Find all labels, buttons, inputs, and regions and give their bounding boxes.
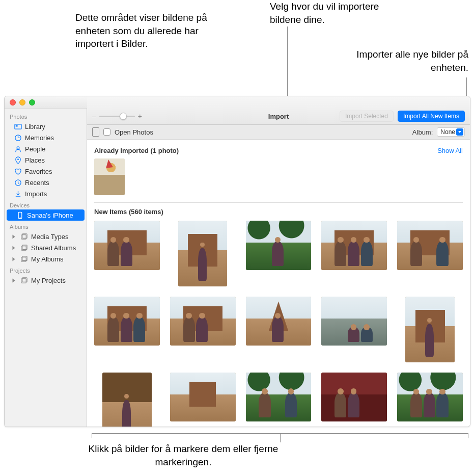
photo-thumb[interactable] — [405, 297, 455, 362]
sidebar-item-media-types[interactable]: Media Types — [5, 231, 87, 242]
memories-icon — [14, 134, 22, 142]
already-imported-title: Already Imported (1 photo) — [94, 147, 179, 154]
phone-icon — [16, 211, 24, 219]
import-subbar: Open Photos Album: None — [87, 125, 470, 140]
photo-thumb[interactable] — [246, 297, 312, 346]
chevron-down-icon — [456, 128, 463, 136]
sidebar-item-places[interactable]: Places — [5, 154, 87, 166]
new-items-header: New Items (560 items) — [94, 208, 463, 216]
window-controls — [10, 99, 35, 105]
sidebar-item-label: Media Types — [31, 233, 68, 241]
sidebar-item-label: Recents — [25, 179, 49, 187]
photo-thumb[interactable] — [170, 373, 236, 422]
section-divider — [94, 202, 463, 203]
show-all-link[interactable]: Show All — [437, 147, 463, 154]
sidebar-header-photos: Photos — [5, 111, 87, 121]
photo-thumb[interactable] — [321, 373, 387, 422]
photo-thumb[interactable] — [178, 221, 228, 286]
album-label: Album: — [412, 128, 433, 136]
sidebar-item-shared-albums[interactable]: Shared Albums — [5, 242, 87, 253]
device-icon — [92, 127, 99, 137]
callout-album-dest: Velg hvor du vil importere bildene dine. — [270, 0, 397, 26]
zoom-in-label: + — [138, 112, 142, 120]
zoom-slider[interactable] — [99, 116, 135, 117]
already-imported-thumb[interactable] — [94, 158, 125, 195]
disclosure-icon[interactable] — [13, 246, 15, 250]
sidebar-item-label: People — [25, 145, 45, 153]
callout-already-imported: Dette området viser bildene på enheten s… — [75, 11, 228, 50]
album-icon — [20, 255, 28, 263]
main-panel: – + Import Import Selected Import All Ne… — [87, 109, 470, 427]
sidebar-header-devices: Devices — [5, 199, 87, 209]
album-select[interactable]: None — [437, 127, 465, 137]
sidebar-item-label: My Projects — [31, 277, 66, 284]
thumbnails-grid — [94, 221, 463, 427]
sidebar: Photos Library Memories People Places Fa… — [5, 109, 87, 427]
zoom-window-button[interactable] — [29, 99, 35, 105]
import-all-button[interactable]: Import All New Items — [398, 111, 465, 122]
sidebar-header-projects: Projects — [5, 265, 87, 275]
sidebar-item-label: Shared Albums — [31, 244, 76, 252]
disclosure-icon[interactable] — [13, 234, 15, 239]
minimize-window-button[interactable] — [19, 99, 25, 105]
disclosure-icon[interactable] — [13, 278, 15, 282]
sidebar-item-my-projects[interactable]: My Projects — [5, 275, 87, 286]
sidebar-item-label: Places — [25, 156, 45, 164]
new-items-title: New Items (560 items) — [94, 208, 163, 216]
sidebar-header-albums: Albums — [5, 221, 87, 231]
album-icon — [20, 244, 28, 252]
photos-app-window: Photos Library Memories People Places Fa… — [4, 96, 470, 427]
import-icon — [14, 190, 22, 198]
heart-icon — [14, 167, 22, 175]
content-area: Already Imported (1 photo) Show All New … — [87, 140, 470, 427]
sidebar-item-people[interactable]: People — [5, 143, 87, 154]
svg-rect-1 — [15, 125, 17, 126]
sidebar-item-memories[interactable]: Memories — [5, 132, 87, 143]
sidebar-item-device-iphone[interactable]: Sanaa's iPhone — [7, 209, 85, 221]
open-photos-label: Open Photos — [115, 128, 153, 136]
sidebar-item-favorites[interactable]: Favorites — [5, 166, 87, 177]
close-window-button[interactable] — [10, 99, 16, 105]
places-icon — [14, 156, 22, 164]
import-selected-button[interactable]: Import Selected — [340, 111, 394, 122]
photo-thumb[interactable] — [321, 297, 387, 346]
photo-thumb[interactable] — [397, 221, 463, 270]
sidebar-item-label: Library — [25, 123, 45, 130]
photo-thumb[interactable] — [102, 373, 152, 427]
sidebar-item-my-albums[interactable]: My Albums — [5, 253, 87, 265]
open-photos-checkbox[interactable] — [103, 128, 110, 136]
album-icon — [20, 232, 28, 241]
sidebar-item-label: Sanaa's iPhone — [27, 211, 73, 219]
toolbar-title: Import — [268, 113, 289, 120]
sidebar-item-label: My Albums — [31, 255, 64, 263]
photo-thumb[interactable] — [246, 373, 312, 422]
toolbar: – + Import Import Selected Import All Ne… — [87, 96, 470, 125]
photo-thumb[interactable] — [170, 297, 236, 346]
library-icon — [14, 122, 22, 130]
svg-point-4 — [17, 158, 19, 160]
zoom-out-label: – — [92, 112, 96, 120]
sidebar-item-label: Memories — [25, 134, 54, 142]
sidebar-item-label: Imports — [25, 190, 47, 198]
album-select-value: None — [440, 128, 455, 136]
already-imported-header: Already Imported (1 photo) Show All — [94, 147, 463, 154]
sidebar-item-recents[interactable]: Recents — [5, 177, 87, 188]
clock-icon — [14, 178, 22, 187]
svg-point-7 — [19, 217, 20, 218]
photo-thumb[interactable] — [94, 297, 160, 346]
callout-import-all: Importer alle nye bilder på enheten. — [356, 48, 468, 74]
album-icon — [20, 276, 28, 284]
zoom-slider-thumb[interactable] — [120, 113, 127, 120]
svg-point-3 — [17, 146, 19, 149]
disclosure-icon[interactable] — [13, 257, 15, 261]
sidebar-item-label: Favorites — [25, 168, 52, 175]
sidebar-item-library[interactable]: Library — [5, 121, 87, 132]
photo-thumb[interactable] — [94, 221, 160, 270]
photo-thumb[interactable] — [397, 373, 463, 422]
photo-thumb[interactable] — [246, 221, 312, 270]
people-icon — [14, 145, 22, 153]
sidebar-item-imports[interactable]: Imports — [5, 188, 87, 199]
callout-select-photos: Klikk på bilder for å markere dem eller … — [76, 442, 290, 468]
photo-thumb[interactable] — [321, 221, 387, 270]
